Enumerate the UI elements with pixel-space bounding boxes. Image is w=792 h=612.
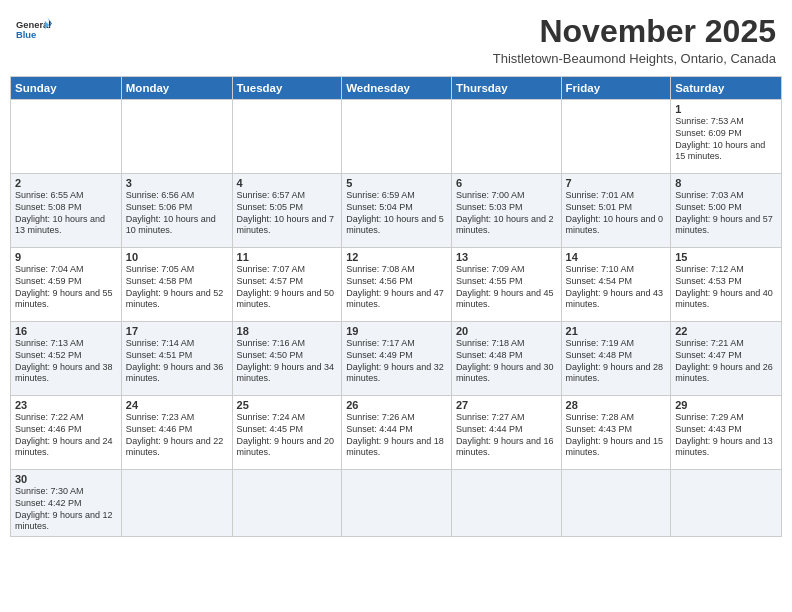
day-number: 27 <box>456 399 557 411</box>
day-info: Sunrise: 7:04 AM Sunset: 4:59 PM Dayligh… <box>15 264 117 311</box>
title-area: November 2025 Thistletown-Beaumond Heigh… <box>493 14 776 66</box>
col-header-friday: Friday <box>561 77 671 100</box>
calendar-cell <box>11 100 122 174</box>
calendar-cell <box>121 100 232 174</box>
calendar-cell: 18Sunrise: 7:16 AM Sunset: 4:50 PM Dayli… <box>232 322 342 396</box>
calendar-cell: 25Sunrise: 7:24 AM Sunset: 4:45 PM Dayli… <box>232 396 342 470</box>
calendar-cell: 7Sunrise: 7:01 AM Sunset: 5:01 PM Daylig… <box>561 174 671 248</box>
day-number: 9 <box>15 251 117 263</box>
day-number: 19 <box>346 325 447 337</box>
day-info: Sunrise: 7:23 AM Sunset: 4:46 PM Dayligh… <box>126 412 228 459</box>
day-number: 28 <box>566 399 667 411</box>
day-info: Sunrise: 7:08 AM Sunset: 4:56 PM Dayligh… <box>346 264 447 311</box>
day-info: Sunrise: 7:10 AM Sunset: 4:54 PM Dayligh… <box>566 264 667 311</box>
day-info: Sunrise: 7:19 AM Sunset: 4:48 PM Dayligh… <box>566 338 667 385</box>
generalblue-logo-icon: General Blue <box>16 16 52 44</box>
col-header-saturday: Saturday <box>671 77 782 100</box>
calendar-week-row: 9Sunrise: 7:04 AM Sunset: 4:59 PM Daylig… <box>11 248 782 322</box>
day-number: 18 <box>237 325 338 337</box>
day-info: Sunrise: 7:00 AM Sunset: 5:03 PM Dayligh… <box>456 190 557 237</box>
calendar-cell: 23Sunrise: 7:22 AM Sunset: 4:46 PM Dayli… <box>11 396 122 470</box>
subtitle: Thistletown-Beaumond Heights, Ontario, C… <box>493 51 776 66</box>
calendar-cell <box>451 470 561 537</box>
day-info: Sunrise: 7:53 AM Sunset: 6:09 PM Dayligh… <box>675 116 777 163</box>
day-info: Sunrise: 6:56 AM Sunset: 5:06 PM Dayligh… <box>126 190 228 237</box>
calendar-cell <box>121 470 232 537</box>
day-info: Sunrise: 6:55 AM Sunset: 5:08 PM Dayligh… <box>15 190 117 237</box>
day-info: Sunrise: 6:59 AM Sunset: 5:04 PM Dayligh… <box>346 190 447 237</box>
calendar-cell: 10Sunrise: 7:05 AM Sunset: 4:58 PM Dayli… <box>121 248 232 322</box>
day-info: Sunrise: 7:05 AM Sunset: 4:58 PM Dayligh… <box>126 264 228 311</box>
day-info: Sunrise: 7:27 AM Sunset: 4:44 PM Dayligh… <box>456 412 557 459</box>
day-number: 5 <box>346 177 447 189</box>
calendar: SundayMondayTuesdayWednesdayThursdayFrid… <box>10 76 782 537</box>
calendar-cell: 19Sunrise: 7:17 AM Sunset: 4:49 PM Dayli… <box>342 322 452 396</box>
calendar-week-row: 1Sunrise: 7:53 AM Sunset: 6:09 PM Daylig… <box>11 100 782 174</box>
col-header-monday: Monday <box>121 77 232 100</box>
day-info: Sunrise: 7:26 AM Sunset: 4:44 PM Dayligh… <box>346 412 447 459</box>
day-number: 7 <box>566 177 667 189</box>
day-number: 22 <box>675 325 777 337</box>
calendar-cell: 4Sunrise: 6:57 AM Sunset: 5:05 PM Daylig… <box>232 174 342 248</box>
col-header-thursday: Thursday <box>451 77 561 100</box>
calendar-cell <box>451 100 561 174</box>
day-number: 3 <box>126 177 228 189</box>
calendar-cell: 8Sunrise: 7:03 AM Sunset: 5:00 PM Daylig… <box>671 174 782 248</box>
calendar-cell: 30Sunrise: 7:30 AM Sunset: 4:42 PM Dayli… <box>11 470 122 537</box>
day-number: 30 <box>15 473 117 485</box>
day-number: 14 <box>566 251 667 263</box>
calendar-cell: 15Sunrise: 7:12 AM Sunset: 4:53 PM Dayli… <box>671 248 782 322</box>
col-header-wednesday: Wednesday <box>342 77 452 100</box>
calendar-cell <box>342 100 452 174</box>
day-number: 25 <box>237 399 338 411</box>
day-number: 11 <box>237 251 338 263</box>
calendar-week-row: 2Sunrise: 6:55 AM Sunset: 5:08 PM Daylig… <box>11 174 782 248</box>
day-info: Sunrise: 7:12 AM Sunset: 4:53 PM Dayligh… <box>675 264 777 311</box>
day-number: 8 <box>675 177 777 189</box>
calendar-cell: 6Sunrise: 7:00 AM Sunset: 5:03 PM Daylig… <box>451 174 561 248</box>
calendar-week-row: 23Sunrise: 7:22 AM Sunset: 4:46 PM Dayli… <box>11 396 782 470</box>
calendar-cell: 3Sunrise: 6:56 AM Sunset: 5:06 PM Daylig… <box>121 174 232 248</box>
calendar-cell <box>232 100 342 174</box>
day-number: 6 <box>456 177 557 189</box>
calendar-cell: 21Sunrise: 7:19 AM Sunset: 4:48 PM Dayli… <box>561 322 671 396</box>
day-info: Sunrise: 7:16 AM Sunset: 4:50 PM Dayligh… <box>237 338 338 385</box>
header: General Blue November 2025 Thistletown-B… <box>10 10 782 70</box>
day-info: Sunrise: 7:03 AM Sunset: 5:00 PM Dayligh… <box>675 190 777 237</box>
calendar-cell: 24Sunrise: 7:23 AM Sunset: 4:46 PM Dayli… <box>121 396 232 470</box>
calendar-header-row: SundayMondayTuesdayWednesdayThursdayFrid… <box>11 77 782 100</box>
day-number: 26 <box>346 399 447 411</box>
day-info: Sunrise: 7:07 AM Sunset: 4:57 PM Dayligh… <box>237 264 338 311</box>
calendar-cell: 13Sunrise: 7:09 AM Sunset: 4:55 PM Dayli… <box>451 248 561 322</box>
col-header-sunday: Sunday <box>11 77 122 100</box>
day-number: 16 <box>15 325 117 337</box>
calendar-cell: 17Sunrise: 7:14 AM Sunset: 4:51 PM Dayli… <box>121 322 232 396</box>
day-info: Sunrise: 7:09 AM Sunset: 4:55 PM Dayligh… <box>456 264 557 311</box>
day-number: 29 <box>675 399 777 411</box>
calendar-cell: 11Sunrise: 7:07 AM Sunset: 4:57 PM Dayli… <box>232 248 342 322</box>
day-info: Sunrise: 7:17 AM Sunset: 4:49 PM Dayligh… <box>346 338 447 385</box>
day-number: 1 <box>675 103 777 115</box>
calendar-cell: 26Sunrise: 7:26 AM Sunset: 4:44 PM Dayli… <box>342 396 452 470</box>
month-title: November 2025 <box>493 14 776 49</box>
calendar-cell: 5Sunrise: 6:59 AM Sunset: 5:04 PM Daylig… <box>342 174 452 248</box>
calendar-cell: 28Sunrise: 7:28 AM Sunset: 4:43 PM Dayli… <box>561 396 671 470</box>
logo-area: General Blue <box>16 14 52 44</box>
calendar-cell: 12Sunrise: 7:08 AM Sunset: 4:56 PM Dayli… <box>342 248 452 322</box>
calendar-cell <box>232 470 342 537</box>
calendar-cell: 14Sunrise: 7:10 AM Sunset: 4:54 PM Dayli… <box>561 248 671 322</box>
day-info: Sunrise: 7:29 AM Sunset: 4:43 PM Dayligh… <box>675 412 777 459</box>
day-info: Sunrise: 7:13 AM Sunset: 4:52 PM Dayligh… <box>15 338 117 385</box>
day-number: 2 <box>15 177 117 189</box>
day-number: 10 <box>126 251 228 263</box>
day-info: Sunrise: 6:57 AM Sunset: 5:05 PM Dayligh… <box>237 190 338 237</box>
calendar-cell: 22Sunrise: 7:21 AM Sunset: 4:47 PM Dayli… <box>671 322 782 396</box>
calendar-cell: 1Sunrise: 7:53 AM Sunset: 6:09 PM Daylig… <box>671 100 782 174</box>
day-number: 20 <box>456 325 557 337</box>
day-info: Sunrise: 7:01 AM Sunset: 5:01 PM Dayligh… <box>566 190 667 237</box>
calendar-cell <box>671 470 782 537</box>
day-info: Sunrise: 7:24 AM Sunset: 4:45 PM Dayligh… <box>237 412 338 459</box>
day-number: 24 <box>126 399 228 411</box>
day-info: Sunrise: 7:18 AM Sunset: 4:48 PM Dayligh… <box>456 338 557 385</box>
calendar-cell: 9Sunrise: 7:04 AM Sunset: 4:59 PM Daylig… <box>11 248 122 322</box>
